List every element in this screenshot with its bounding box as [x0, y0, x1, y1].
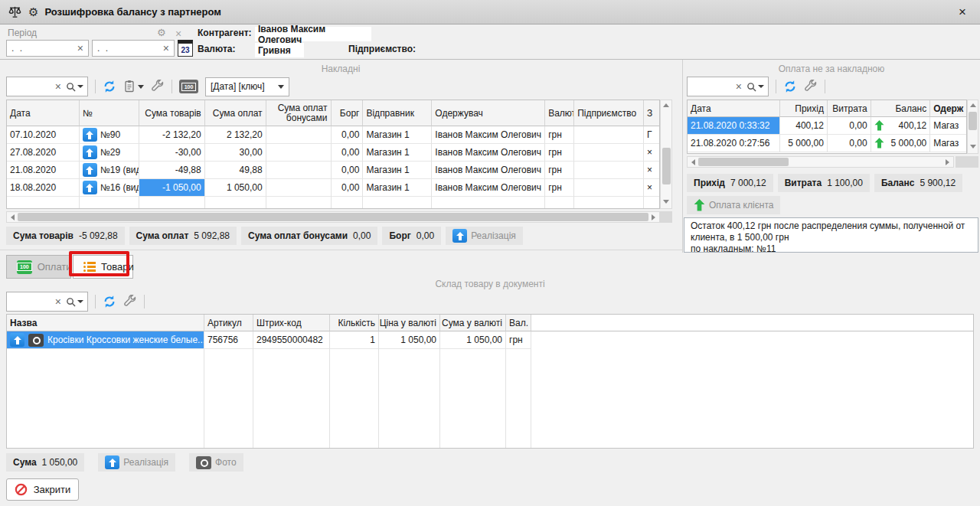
cell-paid-sum[interactable]: 30,00 — [205, 144, 266, 162]
cell-enterprise[interactable] — [574, 179, 644, 197]
col-header[interactable]: Баланс — [871, 100, 931, 117]
cell-date[interactable]: 21.08.2020 0:27:56 — [688, 135, 780, 152]
cell-debt[interactable]: 0,00 — [332, 126, 364, 144]
cell-currency[interactable]: грн — [545, 144, 574, 162]
wrench-icon[interactable] — [804, 80, 818, 93]
cell-sender[interactable]: Магазин 1 — [363, 126, 432, 144]
refresh-icon[interactable] — [103, 295, 116, 308]
goods-search-clear-icon[interactable]: × — [55, 296, 61, 307]
cell-sum[interactable]: 1 050,00 — [440, 331, 506, 349]
cell-currency[interactable]: грн — [545, 126, 574, 144]
table-row[interactable]: 21.08.2020 0:33:32 400,12 0,00 400,12 Ма… — [688, 117, 966, 135]
chevron-down-icon[interactable] — [138, 85, 144, 89]
cell-income[interactable]: 5 000,00 — [780, 135, 828, 152]
cell-receiver[interactable]: Іванов Максим Олегович — [432, 162, 545, 179]
cell-bonus[interactable] — [266, 179, 332, 197]
table-row[interactable]: 21.08.2020 №19 (вид... -49,88 49,88 0,00… — [7, 162, 659, 179]
col-header[interactable]: Ціна у валюті — [379, 315, 440, 331]
invoices-search-input[interactable]: × — [6, 77, 88, 96]
scroll-left-icon[interactable] — [688, 159, 698, 165]
search-icon[interactable] — [66, 82, 83, 92]
cell-expense[interactable]: 0,00 — [828, 135, 871, 152]
scrollbar-thumb[interactable] — [969, 112, 977, 130]
photo-legend-chip[interactable]: Фото — [189, 453, 243, 472]
invoices-horizontal-scrollbar[interactable] — [6, 211, 660, 223]
invoices-search-clear-icon[interactable]: × — [55, 81, 61, 92]
cell-date[interactable]: 21.08.2020 — [7, 162, 80, 179]
search-icon[interactable] — [66, 297, 83, 307]
cell-receiver[interactable]: Іванов Максим Олегович — [432, 144, 545, 162]
cell-paid-sum[interactable]: 2 132,20 — [205, 126, 266, 144]
col-header[interactable]: № — [80, 100, 139, 126]
cell-z[interactable]: × — [644, 144, 659, 162]
col-header[interactable]: Відправник — [363, 100, 432, 126]
cell-price[interactable]: 1 050,00 — [379, 331, 440, 349]
date-to-input[interactable]: . . × — [92, 40, 175, 57]
col-header[interactable]: З — [644, 100, 659, 126]
payments-vertical-scrollbar[interactable] — [967, 100, 978, 154]
scrollbar-thumb[interactable] — [18, 213, 648, 221]
cell-balance[interactable]: 5 000,00 — [871, 135, 931, 152]
cell-name-selected[interactable]: Кросівки Кроссовки женские белые... — [7, 331, 204, 349]
payments-search-clear-icon[interactable]: × — [736, 81, 742, 92]
cell-enterprise[interactable] — [574, 126, 644, 144]
invoices-vertical-scrollbar[interactable] — [660, 100, 672, 209]
cell-enterprise[interactable] — [574, 162, 644, 179]
contractor-field[interactable]: Іванов Максим Олегович — [255, 27, 371, 41]
col-header[interactable]: Вал. — [506, 315, 531, 331]
col-header[interactable]: Штрих-код — [253, 315, 330, 331]
client-payment-legend-chip[interactable]: Оплата клієнта — [687, 196, 780, 214]
cell-currency[interactable]: грн — [545, 162, 574, 179]
tab-payments[interactable]: 100 Оплати — [6, 255, 71, 279]
scroll-right-icon[interactable] — [648, 214, 658, 220]
scroll-down-icon[interactable] — [970, 145, 976, 149]
col-header[interactable]: Прихід — [780, 100, 828, 117]
cell-expense[interactable]: 0,00 — [828, 117, 871, 135]
invoices-sort-combobox[interactable]: [Дата] [ключ] — [205, 77, 289, 96]
close-button[interactable]: Закрити — [6, 478, 79, 501]
cell-enterprise[interactable] — [574, 144, 644, 162]
cell-num[interactable]: №19 (вид... — [80, 162, 139, 179]
table-row[interactable]: Кросівки Кроссовки женские белые... 7567… — [7, 331, 973, 349]
scroll-right-icon[interactable] — [942, 159, 952, 165]
cell-goods-sum[interactable]: -30,00 — [139, 144, 205, 162]
cell-num[interactable]: №16 (вид... — [80, 179, 139, 197]
cell-balance[interactable]: 400,12 — [871, 117, 931, 135]
table-row[interactable]: 18.08.2020 №16 (вид... -1 050,00 1 050,0… — [7, 179, 659, 197]
cell-num[interactable]: №29 — [80, 144, 139, 162]
col-header[interactable]: Валюта — [545, 100, 574, 126]
cell-paid-sum[interactable]: 1 050,00 — [205, 179, 266, 197]
goods-search-input[interactable]: × — [6, 292, 88, 312]
cell-currency[interactable]: грн — [506, 331, 531, 349]
cell-date-selected[interactable]: 21.08.2020 0:33:32 — [688, 117, 780, 135]
cell-sender[interactable]: Магазин 1 — [363, 162, 432, 179]
cell-bonus[interactable] — [266, 144, 332, 162]
cell-z[interactable]: Г — [644, 126, 659, 144]
wrench-icon[interactable] — [123, 295, 137, 308]
payments-search-input[interactable]: × — [687, 77, 769, 96]
cell-currency[interactable]: грн — [545, 179, 574, 197]
cell-z[interactable]: × — [644, 162, 659, 179]
col-header[interactable]: Сума оплат — [205, 100, 266, 126]
scroll-down-icon[interactable] — [663, 200, 669, 204]
col-header[interactable]: Одержувач — [432, 100, 545, 126]
col-header[interactable]: Одерж — [930, 100, 966, 117]
cell-receiver[interactable]: Іванов Максим Олегович — [432, 179, 545, 197]
date-from-clear-icon[interactable]: × — [77, 43, 83, 54]
refresh-icon[interactable] — [103, 80, 116, 93]
cell-bonus[interactable] — [266, 126, 332, 144]
cell-debt[interactable]: 0,00 — [332, 144, 364, 162]
cell-receiver[interactable]: Магаз — [930, 135, 966, 152]
payments-horizontal-scrollbar[interactable] — [687, 156, 954, 168]
cell-bonus[interactable] — [266, 162, 332, 179]
cash-100-icon[interactable]: 100 — [179, 80, 198, 93]
search-icon[interactable] — [746, 82, 764, 92]
close-icon[interactable]: × — [952, 5, 972, 18]
cell-qty[interactable]: 1 — [330, 331, 379, 349]
cell-goods-sum-selected[interactable]: -1 050,00 — [139, 179, 205, 197]
cell-debt[interactable]: 0,00 — [332, 179, 364, 197]
cell-sender[interactable]: Магазин 1 — [363, 144, 432, 162]
scrollbar-thumb[interactable] — [698, 158, 789, 166]
cell-goods-sum[interactable]: -49,88 — [139, 162, 205, 179]
cell-debt[interactable]: 0,00 — [332, 162, 364, 179]
